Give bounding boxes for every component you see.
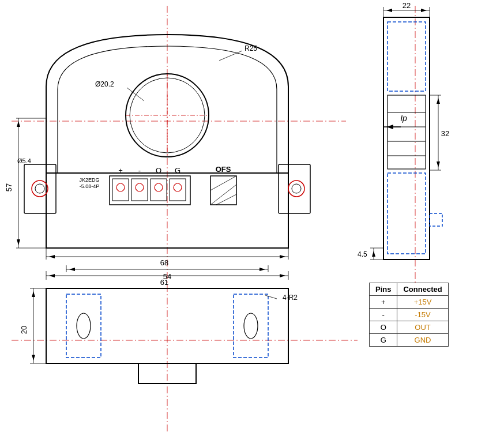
svg-text:O: O [156, 166, 161, 175]
svg-marker-42 [17, 121, 20, 127]
svg-text:JK2EDG: JK2EDG [79, 177, 99, 183]
pin-minus-label: - [370, 309, 397, 321]
table-header-pins: Pins [370, 283, 397, 296]
table-row: - -15V [370, 309, 449, 321]
pin-O-connected: OUT [397, 321, 448, 334]
svg-line-27 [216, 194, 236, 205]
table-row: + +15V [370, 296, 449, 309]
svg-point-17 [116, 183, 125, 191]
svg-text:4.5: 4.5 [358, 250, 367, 258]
table-header-connected: Connected [397, 283, 448, 296]
svg-text:Ø5.4: Ø5.4 [17, 157, 31, 164]
pin-G-connected: GND [397, 334, 448, 347]
svg-line-25 [210, 176, 236, 190]
svg-text:Ø20.2: Ø20.2 [95, 80, 114, 88]
svg-rect-54 [234, 294, 268, 358]
table-row: O OUT [370, 321, 449, 334]
svg-rect-78 [383, 17, 430, 260]
svg-text:20: 20 [20, 326, 28, 334]
svg-line-26 [210, 185, 236, 205]
svg-marker-75 [32, 291, 35, 297]
pin-O-label: O [370, 321, 397, 334]
svg-marker-43 [17, 239, 20, 245]
pins-table: Pins Connected + +15V - -15V O OUT G GND [369, 283, 449, 347]
svg-text:-: - [138, 166, 141, 175]
svg-rect-22 [170, 179, 186, 201]
svg-rect-80 [388, 173, 426, 254]
svg-point-21 [155, 183, 163, 191]
svg-text:Ip: Ip [400, 114, 407, 123]
svg-marker-105 [372, 251, 375, 257]
svg-rect-79 [388, 22, 426, 91]
svg-text:32: 32 [441, 129, 449, 138]
svg-marker-50 [280, 255, 285, 258]
svg-marker-64 [280, 274, 285, 277]
svg-rect-82 [430, 213, 442, 226]
svg-marker-49 [49, 255, 55, 258]
svg-text:G: G [175, 166, 180, 175]
svg-text:54: 54 [163, 272, 171, 281]
svg-marker-100 [437, 161, 440, 167]
svg-point-7 [32, 181, 48, 197]
svg-rect-16 [112, 179, 129, 201]
svg-marker-99 [437, 98, 440, 104]
pin-G-label: G [370, 334, 397, 347]
svg-marker-70 [259, 268, 265, 271]
svg-rect-20 [151, 179, 167, 201]
svg-rect-18 [131, 179, 148, 201]
svg-rect-24 [210, 176, 236, 205]
svg-line-37 [219, 51, 242, 61]
drawing-canvas: + - O G OFS JK2EDG -5.08-4P Ø20.2 R25 57… [0, 0, 504, 432]
svg-line-59 [265, 295, 277, 299]
svg-marker-94 [421, 9, 427, 12]
svg-point-9 [288, 181, 304, 197]
table-row: G GND [370, 334, 449, 347]
svg-text:OFS: OFS [216, 165, 231, 174]
svg-text:4-R2: 4-R2 [283, 294, 298, 302]
svg-point-10 [292, 184, 301, 193]
svg-text:68: 68 [160, 258, 168, 267]
svg-rect-53 [66, 294, 101, 358]
pin-plus-label: + [370, 296, 397, 309]
svg-rect-81 [388, 95, 426, 169]
svg-marker-69 [69, 268, 75, 271]
svg-marker-93 [386, 9, 392, 12]
svg-text:57: 57 [5, 183, 13, 191]
svg-rect-6 [279, 164, 310, 213]
svg-marker-76 [32, 355, 35, 360]
svg-text:22: 22 [403, 1, 411, 10]
svg-point-56 [244, 313, 258, 339]
svg-point-55 [77, 313, 91, 339]
svg-marker-63 [49, 274, 55, 277]
pin-minus-connected: -15V [397, 309, 448, 321]
svg-text:-5.08-4P: -5.08-4P [80, 183, 100, 189]
svg-point-19 [136, 183, 144, 191]
svg-point-23 [174, 183, 182, 191]
svg-point-8 [35, 184, 44, 193]
pin-plus-connected: +15V [397, 296, 448, 309]
svg-text:+: + [118, 166, 123, 175]
svg-rect-5 [24, 164, 56, 213]
svg-text:R25: R25 [245, 44, 257, 52]
